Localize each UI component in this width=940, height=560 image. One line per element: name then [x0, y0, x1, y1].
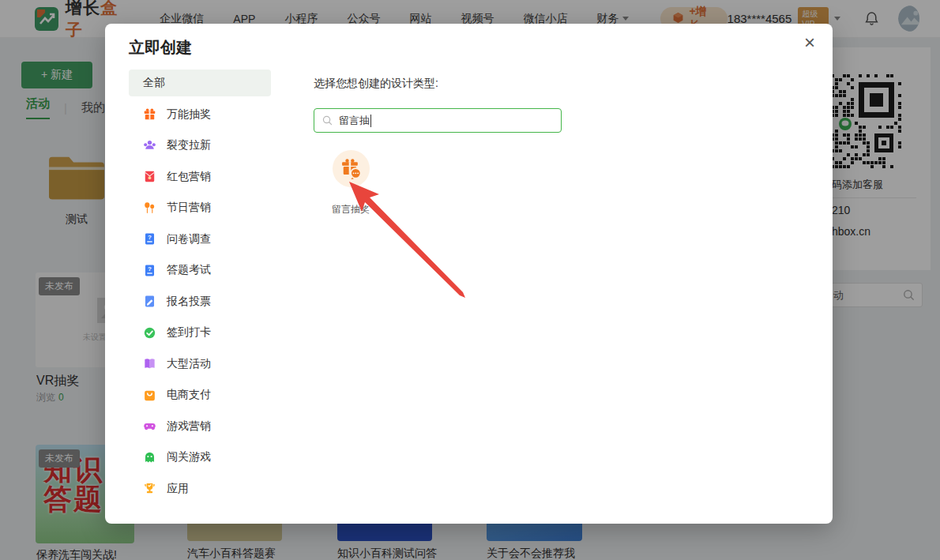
sidebar-item-quiz-exam[interactable]: ? 答题考试 — [129, 257, 271, 284]
trophy-icon — [143, 482, 156, 495]
design-type-search-input[interactable]: 留言抽 — [314, 108, 562, 133]
vote-icon — [143, 295, 156, 308]
sidebar-item-label: 闯关游戏 — [167, 450, 211, 464]
category-sidebar: 全部 万能抽奖 裂变拉新 红包营销 节日营销 ? 问卷调查 — [129, 70, 271, 506]
checkin-icon — [143, 326, 156, 340]
gamepad-icon — [143, 419, 156, 433]
search-icon — [321, 115, 333, 126]
sidebar-item-checkin[interactable]: 签到打卡 — [129, 319, 271, 346]
sidebar-item-fission-growth[interactable]: 裂变拉新 — [129, 132, 271, 159]
sidebar-item-all[interactable]: 全部 — [129, 70, 271, 96]
sidebar-item-festival-marketing[interactable]: 节日营销 — [129, 194, 271, 221]
sidebar-item-level-game[interactable]: 闯关游戏 — [129, 444, 271, 471]
book-icon — [143, 357, 156, 370]
sidebar-item-label: 大型活动 — [167, 357, 211, 371]
monster-icon — [143, 451, 156, 464]
text-cursor — [370, 115, 371, 127]
gift-icon — [143, 107, 156, 121]
sidebar-item-apps[interactable]: 应用 — [129, 475, 271, 502]
sidebar-item-label: 报名投票 — [167, 295, 211, 309]
sidebar-item-label: 万能抽奖 — [167, 107, 211, 122]
search-input-value: 留言抽 — [339, 114, 370, 128]
sidebar-item-label: 电商支付 — [167, 388, 211, 402]
balloons-icon — [143, 201, 156, 215]
sidebar-item-survey[interactable]: ? 问卷调查 — [129, 226, 271, 253]
sidebar-item-label: 红包营销 — [167, 170, 211, 184]
sidebar-item-label: 节日营销 — [167, 201, 211, 215]
svg-text:?: ? — [148, 234, 152, 241]
annotation-arrow — [344, 177, 469, 302]
sidebar-item-ecommerce-pay[interactable]: 电商支付 — [129, 381, 271, 408]
shopping-bag-icon — [143, 389, 156, 402]
svg-text:?: ? — [148, 265, 152, 272]
sidebar-item-label: 全部 — [143, 76, 165, 90]
survey-icon: ? — [143, 232, 156, 246]
sidebar-item-game-marketing[interactable]: 游戏营销 — [129, 413, 271, 440]
sidebar-item-label: 应用 — [167, 482, 189, 496]
modal-title: 立即创建 — [129, 37, 192, 58]
sidebar-item-label: 裂变拉新 — [167, 138, 211, 152]
sidebar-item-red-packet[interactable]: 红包营销 — [129, 163, 271, 190]
exam-icon: ? — [143, 264, 156, 277]
app-root: 增长盒子 企业微信 APP 小程序 公众号 网站 视频号 微信小店 财务 +增长… — [0, 0, 940, 560]
sidebar-item-large-event[interactable]: 大型活动 — [129, 351, 271, 378]
users-icon — [143, 139, 156, 152]
sidebar-item-label: 答题考试 — [167, 263, 211, 277]
sidebar-item-label: 签到打卡 — [167, 325, 211, 340]
sidebar-item-universal-lottery[interactable]: 万能抽奖 — [129, 101, 271, 128]
design-type-prompt: 选择您想创建的设计类型: — [314, 77, 438, 91]
red-envelope-icon — [143, 170, 156, 183]
sidebar-item-label: 问卷调查 — [167, 232, 211, 246]
sidebar-item-signup-vote[interactable]: 报名投票 — [129, 288, 271, 315]
sidebar-item-label: 游戏营销 — [167, 419, 211, 434]
